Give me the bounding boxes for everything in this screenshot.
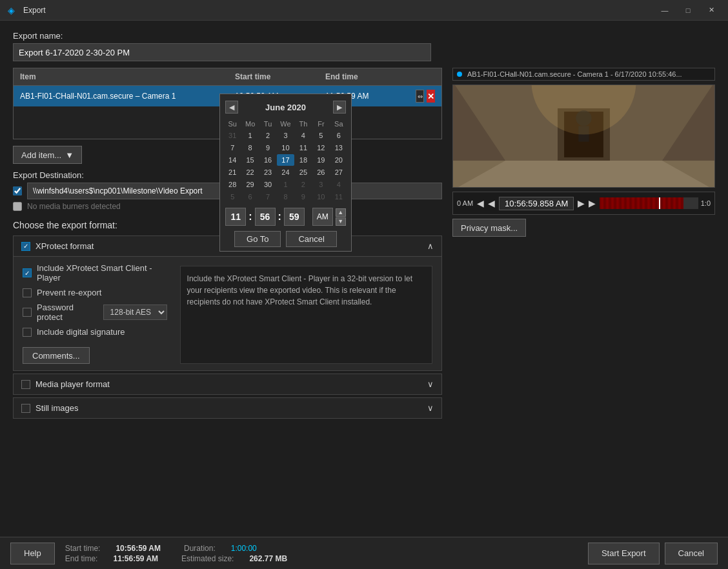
media-player-checkbox[interactable] [21, 380, 30, 389]
cal-day-jul10[interactable]: 10 [312, 191, 329, 203]
cal-day-4[interactable]: 4 [295, 130, 312, 141]
cal-day-20[interactable]: 20 [330, 154, 347, 166]
cal-day-18[interactable]: 18 [295, 154, 312, 166]
still-images-expand-icon: ∨ [427, 403, 434, 413]
cal-day-6[interactable]: 6 [330, 130, 347, 141]
cal-day-31[interactable]: 31 [224, 130, 241, 141]
goto-button[interactable]: Go To [234, 231, 281, 247]
encryption-select[interactable]: 128-bit AES [103, 304, 167, 320]
cal-day-jul8[interactable]: 8 [277, 191, 294, 203]
cal-day-12[interactable]: 12 [312, 142, 329, 154]
time-spin-controls: ▲ ▼ [336, 208, 346, 226]
cal-day-2[interactable]: 2 [259, 130, 276, 141]
dest-path-checkbox[interactable] [13, 186, 22, 195]
cal-wed: We [277, 119, 294, 129]
password-protect-checkbox[interactable] [23, 308, 32, 317]
calendar-actions: Go To Cancel [224, 231, 347, 247]
cal-day-23[interactable]: 23 [259, 166, 276, 178]
start-time-label: Start time: [65, 544, 101, 553]
cal-day-24[interactable]: 24 [277, 166, 294, 178]
still-images-checkbox[interactable] [21, 404, 30, 413]
cal-day-19[interactable]: 19 [312, 154, 329, 166]
comments-button[interactable]: Comments... [23, 347, 90, 364]
digital-signature-label: Include digital signature [37, 327, 125, 337]
cal-day-jul2[interactable]: 2 [295, 179, 312, 190]
playback-controls: ◀ ◀ [476, 198, 496, 208]
cal-day-jul1[interactable]: 1 [277, 179, 294, 190]
size-label: Estimated size: [181, 554, 234, 563]
cal-day-jul5[interactable]: 5 [224, 191, 241, 203]
cal-day-27[interactable]: 27 [330, 166, 347, 178]
cal-day-25[interactable]: 25 [295, 166, 312, 178]
time-spin-up[interactable]: ▲ [336, 208, 346, 217]
cal-day-26[interactable]: 26 [312, 166, 329, 178]
remove-icon[interactable]: ✕ [427, 90, 435, 103]
media-player-header[interactable]: Media player format ∨ [14, 374, 441, 394]
cal-day-29[interactable]: 29 [241, 179, 258, 190]
start-export-button[interactable]: Start Export [588, 543, 660, 564]
calendar-cancel-button[interactable]: Cancel [286, 231, 336, 247]
cal-day-11[interactable]: 11 [295, 142, 312, 154]
cal-day-8[interactable]: 8 [241, 142, 258, 154]
cal-day-10[interactable]: 10 [277, 142, 294, 154]
camera-label: AB1-FI01-CHall-N01.cam.secure - Camera 1… [452, 68, 715, 81]
include-player-checkbox[interactable] [23, 268, 32, 277]
bottom-info-row1: Start time: 10:56:59 AM Duration: 1:00:0… [65, 544, 578, 553]
cal-day-15[interactable]: 15 [241, 154, 258, 166]
cal-day-7[interactable]: 7 [224, 142, 241, 154]
still-images-header[interactable]: Still images ∨ [14, 398, 441, 418]
cal-day-jul7[interactable]: 7 [259, 191, 276, 203]
step-forward-button[interactable]: ▶ [587, 198, 597, 208]
calendar-grid: Su Mo Tu We Th Fr Sa 31 1 2 3 4 5 6 7 8 … [224, 119, 347, 203]
media-player-expand-icon: ∨ [427, 379, 434, 389]
export-name-input[interactable] [13, 43, 431, 61]
cal-day-16[interactable]: 16 [259, 154, 276, 166]
timeline-cursor [659, 197, 660, 209]
prevent-reexport-label: Prevent re-export [37, 288, 101, 297]
minimize-button[interactable]: — [656, 3, 674, 17]
time-ampm-button[interactable]: AM [312, 208, 333, 226]
help-button[interactable]: Help [10, 543, 55, 564]
cal-day-13[interactable]: 13 [330, 142, 347, 154]
cal-day-14[interactable]: 14 [224, 154, 241, 166]
time-sec-input[interactable] [284, 208, 305, 226]
cal-day-jul9[interactable]: 9 [295, 191, 312, 203]
table-header: Item Start time End time [14, 68, 441, 86]
close-button[interactable]: ✕ [702, 3, 720, 17]
time-spin-down[interactable]: ▼ [336, 217, 346, 226]
digital-signature-checkbox[interactable] [23, 328, 32, 337]
add-item-button[interactable]: Add item... ▼ [13, 146, 82, 164]
calendar-next-button[interactable]: ▶ [333, 101, 346, 114]
cal-day-1[interactable]: 1 [241, 130, 258, 141]
maximize-button[interactable]: □ [679, 3, 697, 17]
play-backward-button[interactable]: ◀ [476, 198, 485, 208]
cal-day-30[interactable]: 30 [259, 179, 276, 190]
prevent-reexport-checkbox[interactable] [23, 288, 32, 297]
cal-day-9[interactable]: 9 [259, 142, 276, 154]
cal-day-jul6[interactable]: 6 [241, 191, 258, 203]
cal-day-17[interactable]: 17 [277, 154, 294, 166]
calendar-prev-button[interactable]: ◀ [225, 101, 238, 114]
time-hour-input[interactable] [225, 208, 246, 226]
cal-day-22[interactable]: 22 [241, 166, 258, 178]
cal-day-3[interactable]: 3 [277, 130, 294, 141]
end-time-label: End time: [65, 554, 98, 563]
cal-day-jul11[interactable]: 11 [330, 191, 347, 203]
cal-day-5[interactable]: 5 [312, 130, 329, 141]
step-backward-button[interactable]: ◀ [487, 198, 496, 208]
cal-day-jul3[interactable]: 3 [312, 179, 329, 190]
cal-day-jul4[interactable]: 4 [330, 179, 347, 190]
password-protect-row: Password protect 128-bit AES [23, 303, 167, 322]
camera-scene-svg [453, 85, 714, 187]
cancel-export-button[interactable]: Cancel [665, 543, 718, 564]
privacy-mask-button[interactable]: Privacy mask... [452, 219, 526, 237]
cal-day-21[interactable]: 21 [224, 166, 241, 178]
xprotect-checkbox[interactable] [21, 242, 30, 251]
include-player-label: Include XProtect Smart Client - Player [37, 263, 167, 283]
fit-icon[interactable]: ⇔ [416, 90, 424, 103]
xprotect-options: Include XProtect Smart Client - Player P… [23, 263, 167, 364]
cal-day-28[interactable]: 28 [224, 179, 241, 190]
timeline-bar[interactable] [600, 197, 698, 209]
play-forward-button[interactable]: ▶ [576, 198, 586, 208]
time-min-input[interactable] [255, 208, 276, 226]
